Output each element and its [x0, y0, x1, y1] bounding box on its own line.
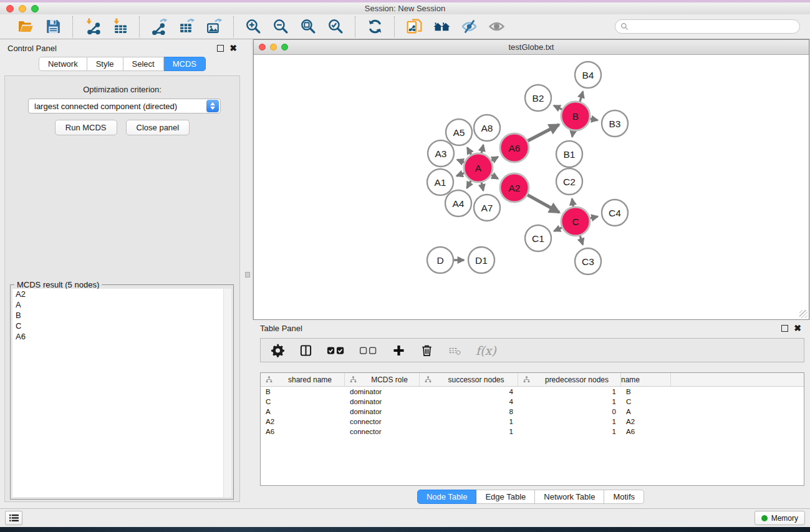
tab-mcds[interactable]: MCDS — [164, 57, 206, 71]
table-cell[interactable]: 8 — [420, 408, 518, 415]
window-resize-grip[interactable] — [799, 310, 808, 318]
unselect-all-button[interactable] — [359, 341, 378, 360]
export-network-button[interactable] — [148, 17, 170, 37]
tab-network[interactable]: Network — [39, 57, 87, 71]
table-row[interactable]: Adominator80A — [261, 407, 804, 417]
table-cell[interactable]: connector — [345, 418, 420, 425]
column-header-shared-name[interactable]: shared name — [261, 373, 345, 386]
graph-node-B[interactable]: B — [561, 102, 590, 130]
table-cell[interactable]: dominator — [345, 388, 420, 395]
graph-node-A[interactable]: A — [464, 153, 493, 182]
tab-select[interactable]: Select — [123, 57, 164, 71]
graph-node-D1[interactable]: D1 — [468, 247, 494, 273]
table-cell[interactable]: 4 — [420, 398, 518, 405]
table-cell[interactable]: 4 — [420, 388, 518, 395]
tab-network-table[interactable]: Network Table — [535, 490, 604, 504]
table-row[interactable]: Bdominator41B — [261, 387, 804, 397]
column-header-MCDS-role[interactable]: MCDS role — [345, 373, 420, 386]
graph-edge-A-A4[interactable] — [467, 181, 471, 188]
table-row[interactable]: A6connector11A6 — [261, 427, 804, 437]
table-cell[interactable]: A — [261, 408, 345, 415]
mcds-result-item[interactable]: C — [12, 321, 231, 331]
table-cell[interactable]: C — [261, 398, 345, 405]
table-cell[interactable]: A — [621, 408, 671, 415]
table-cell[interactable]: 1 — [518, 418, 621, 425]
table-cell[interactable]: C — [621, 398, 671, 405]
tab-motifs[interactable]: Motifs — [604, 490, 644, 504]
control-panel-float-button[interactable] — [217, 45, 224, 52]
graph-node-C2[interactable]: C2 — [556, 168, 582, 195]
graph-node-C3[interactable]: C3 — [575, 248, 601, 274]
graph-node-A6[interactable]: A6 — [500, 133, 529, 162]
graph-node-B1[interactable]: B1 — [556, 141, 582, 167]
import-network-button[interactable] — [82, 17, 103, 37]
table-cell[interactable]: 0 — [518, 408, 621, 415]
graph-edge-A-A5[interactable] — [467, 148, 471, 155]
table-cell[interactable]: B — [621, 388, 671, 395]
table-panel-float-button[interactable] — [781, 325, 788, 332]
delete-column-button[interactable] — [420, 341, 434, 360]
graph-edge-B-B3[interactable] — [591, 118, 598, 120]
graph-edge-B-B4[interactable] — [580, 92, 583, 102]
open-file-button[interactable] — [15, 17, 36, 37]
table-row[interactable]: Cdominator41C — [261, 397, 804, 407]
zoom-fit-button[interactable] — [297, 17, 319, 37]
mcds-result-item[interactable]: A2 — [12, 289, 231, 299]
graph-node-A4[interactable]: A4 — [445, 190, 471, 216]
graph-edge-A6-B[interactable] — [528, 125, 559, 141]
graph-edge-A-A7[interactable] — [481, 182, 483, 190]
hide-selected-button[interactable] — [458, 17, 480, 37]
control-panel-close-button[interactable]: ✖ — [229, 44, 237, 52]
graph-edge-C-C4[interactable] — [590, 216, 597, 218]
graph-node-A5[interactable]: A5 — [446, 119, 472, 145]
graph-edge-C-C3[interactable] — [580, 236, 582, 244]
graph-edge-A-A3[interactable] — [457, 160, 464, 162]
graph-node-A7[interactable]: A7 — [474, 195, 500, 221]
new-network-from-selection-button[interactable] — [403, 17, 425, 37]
mcds-result-item[interactable]: A — [12, 299, 231, 310]
graph-node-B2[interactable]: B2 — [525, 85, 551, 111]
graph-node-A1[interactable]: A1 — [427, 169, 453, 195]
tab-node-table[interactable]: Node Table — [417, 490, 477, 504]
optimization-criterion-dropdown[interactable]: largest connected component (directed) — [28, 99, 221, 114]
table-cell[interactable]: 1 — [420, 418, 518, 425]
graph-node-A2[interactable]: A2 — [500, 173, 529, 202]
show-column-button[interactable] — [299, 341, 313, 360]
import-table-button[interactable] — [109, 17, 130, 37]
graph-node-B4[interactable]: B4 — [575, 62, 601, 88]
apply-layout-button[interactable] — [364, 17, 385, 37]
show-task-history-button[interactable] — [5, 511, 22, 525]
column-header-name[interactable]: name — [621, 373, 671, 386]
search-input[interactable] — [631, 22, 794, 31]
table-cell[interactable]: connector — [345, 428, 420, 435]
vertical-splitter-handle[interactable] — [245, 272, 250, 278]
zoom-in-button[interactable] — [243, 17, 264, 37]
network-canvas[interactable]: AA1A2A3A4A5A6A7A8BB1B2B3B4CC1C2C3C4DD1 — [254, 55, 809, 319]
table-cell[interactable]: 1 — [518, 388, 621, 395]
graph-node-A3[interactable]: A3 — [428, 140, 454, 167]
table-cell[interactable]: A6 — [261, 428, 345, 435]
network-window-titlebar[interactable]: testGlobe.txt — [254, 40, 809, 55]
graph-node-A8[interactable]: A8 — [474, 115, 500, 141]
graph-node-C[interactable]: C — [561, 207, 590, 236]
show-all-button[interactable] — [486, 17, 507, 37]
table-cell[interactable]: B — [261, 388, 345, 395]
mcds-result-item[interactable]: A6 — [12, 331, 231, 342]
graph-edge-A2-C[interactable] — [528, 195, 559, 213]
graph-node-C4[interactable]: C4 — [602, 200, 628, 226]
search-field[interactable] — [615, 19, 800, 34]
export-image-button[interactable] — [203, 17, 224, 37]
graph-edge-A-A1[interactable] — [456, 173, 464, 176]
table-settings-button[interactable] — [271, 341, 285, 360]
graph-node-C1[interactable]: C1 — [525, 225, 551, 251]
tab-edge-table[interactable]: Edge Table — [476, 490, 535, 504]
run-mcds-button[interactable]: Run MCDS — [55, 120, 117, 135]
table-cell[interactable]: A6 — [621, 428, 671, 435]
graph-edge-C-C1[interactable] — [554, 228, 562, 231]
zoom-selected-button[interactable] — [325, 17, 346, 37]
table-cell[interactable]: 1 — [420, 428, 518, 435]
select-all-button[interactable] — [327, 341, 345, 360]
table-cell[interactable]: A2 — [261, 418, 345, 425]
graph-edge-A-A8[interactable] — [481, 145, 483, 153]
table-panel-close-button[interactable]: ✖ — [794, 324, 801, 332]
